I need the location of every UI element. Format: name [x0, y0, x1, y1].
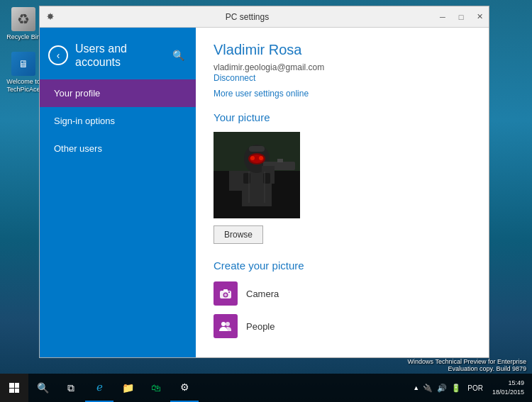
status-bar: Windows Technical Preview for Enterprise… — [408, 358, 526, 372]
user-name: Vladimir Rosa — [214, 42, 471, 58]
nav-search-button[interactable]: 🔍 — [171, 48, 185, 63]
welcome-image: 🖥 — [11, 52, 35, 76]
recycle-bin-icon[interactable]: ♻ Recycle Bin — [6, 7, 41, 41]
task-view-icon: ⧉ — [67, 382, 74, 394]
recycle-bin-label: Recycle Bin — [6, 33, 40, 41]
nav-section-title: Users and accounts — [75, 42, 164, 69]
more-settings-link[interactable]: More user settings online — [214, 89, 471, 99]
people-icon — [214, 314, 238, 338]
battery-icon: 🔋 — [450, 384, 462, 393]
maximize-button[interactable]: □ — [452, 6, 470, 28]
svg-rect-10 — [277, 159, 283, 162]
store-taskbar-button[interactable]: 🛍 — [142, 374, 170, 402]
welcome-icon[interactable]: 🖥 Welcome to TechPicAce — [6, 52, 41, 94]
tray-expand-icon[interactable]: ▲ — [413, 384, 419, 391]
camera-label: Camera — [246, 289, 279, 299]
ie-icon: ℯ — [96, 381, 103, 393]
search-taskbar-icon: 🔍 — [37, 382, 49, 393]
store-icon: 🛍 — [151, 382, 161, 393]
welcome-label: Welcome to TechPicAce — [6, 78, 40, 94]
camera-option[interactable]: Camera — [214, 281, 471, 306]
window-title: PC settings — [61, 12, 433, 22]
titlebar-gear-icon — [40, 6, 61, 28]
taskbar: 🔍 ⧉ ℯ 📁 🛍 ⚙ ▲ 🔌 🔊 🔋 POR 15:4 — [0, 374, 532, 402]
clock-date: 18/01/2015 — [492, 388, 524, 397]
start-button[interactable] — [0, 374, 28, 402]
window-controls: ─ □ ✕ — [433, 6, 489, 28]
nav-header: ‹ Users and accounts 🔍 — [40, 35, 196, 79]
search-icon: 🔍 — [172, 50, 184, 61]
camera-icon — [214, 281, 238, 306]
svg-point-21 — [224, 294, 227, 296]
svg-point-24 — [221, 322, 226, 326]
profile-picture — [214, 132, 300, 218]
nav-item-your-profile[interactable]: Your profile — [40, 79, 196, 107]
profile-picture-art — [214, 132, 300, 218]
tray-icons: 🔌 🔊 🔋 — [421, 384, 462, 393]
nav-back-button[interactable]: ‹ — [48, 45, 68, 65]
svg-rect-22 — [223, 289, 228, 291]
disconnect-link[interactable]: Disconnect — [214, 73, 471, 83]
desktop: ♻ Recycle Bin 🖥 Welcome to TechPicAce PC… — [0, 0, 532, 402]
network-icon: 🔌 — [421, 384, 434, 393]
settings-nav: ‹ Users and accounts 🔍 Your profile Sign… — [40, 28, 196, 357]
desktop-icons: ♻ Recycle Bin 🖥 Welcome to TechPicAce — [6, 7, 41, 93]
search-taskbar-button[interactable]: 🔍 — [28, 374, 57, 402]
your-picture-title: Your picture — [214, 111, 471, 123]
svg-rect-23 — [228, 291, 230, 293]
language-indicator: POR — [465, 384, 486, 392]
minimize-button[interactable]: ─ — [433, 6, 452, 28]
folder-icon: 📁 — [122, 382, 134, 393]
close-button[interactable]: ✕ — [470, 6, 489, 28]
svg-point-17 — [250, 156, 255, 160]
svg-point-25 — [226, 322, 230, 326]
nav-item-sign-in-options[interactable]: Sign-in options — [40, 107, 196, 135]
svg-rect-14 — [229, 171, 242, 191]
ie-taskbar-button[interactable]: ℯ — [85, 374, 113, 402]
title-bar: PC settings ─ □ ✕ — [40, 6, 489, 28]
clock-time: 15:49 — [492, 379, 524, 388]
settings-taskbar-button[interactable]: ⚙ — [170, 374, 199, 402]
windows-preview-text: Windows Technical Preview for Enterprise — [408, 358, 526, 365]
folder-taskbar-button[interactable]: 📁 — [113, 374, 142, 402]
browse-button[interactable]: Browse — [214, 225, 263, 244]
settings-content: Vladimir Rosa vladimir.geologia@gmail.co… — [196, 28, 489, 357]
build-text: Evaluation copy. Build 9879 — [408, 365, 526, 372]
nav-item-other-users[interactable]: Other users — [40, 135, 196, 162]
create-picture-title: Create your picture — [214, 259, 471, 272]
user-email: vladimir.geologia@gmail.com — [214, 62, 324, 72]
windows-logo-icon — [9, 383, 19, 393]
pc-settings-window: PC settings ─ □ ✕ ‹ Users and accounts 🔍 — [39, 6, 489, 358]
volume-icon: 🔊 — [436, 384, 448, 393]
task-view-button[interactable]: ⧉ — [57, 374, 85, 402]
people-label: People — [246, 321, 275, 332]
svg-point-18 — [259, 156, 263, 160]
recycle-bin-image: ♻ — [11, 7, 35, 31]
settings-body: ‹ Users and accounts 🔍 Your profile Sign… — [40, 28, 489, 357]
back-arrow-icon: ‹ — [57, 50, 60, 61]
people-option[interactable]: People — [214, 314, 471, 338]
system-clock: 15:49 18/01/2015 — [488, 379, 528, 396]
system-tray: ▲ 🔌 🔊 🔋 POR 15:49 18/01/2015 — [413, 379, 532, 396]
settings-taskbar-icon: ⚙ — [180, 381, 189, 393]
svg-rect-8 — [249, 146, 265, 152]
